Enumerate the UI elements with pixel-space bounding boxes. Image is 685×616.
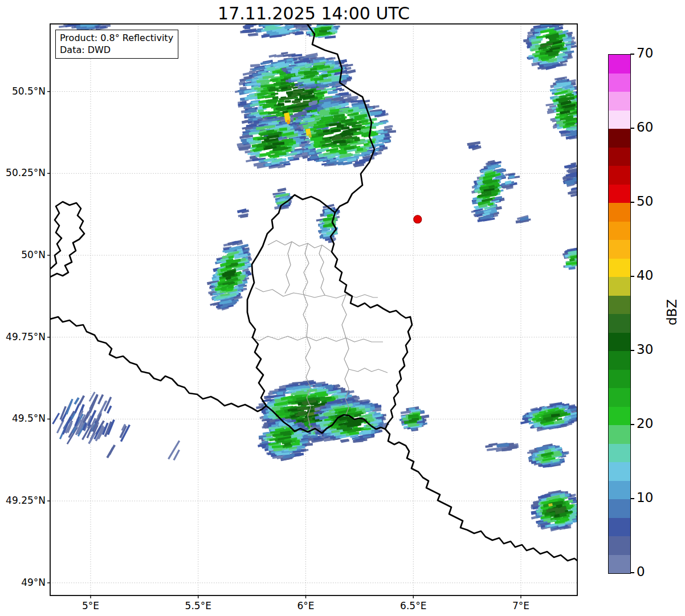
axis-tick-marks [47, 92, 521, 598]
echo-cluster-right-edge-blue [562, 168, 584, 197]
colorbar-tick-label: 30 [637, 342, 653, 357]
colorbar-cell [609, 425, 630, 444]
y-tick-label: 49°N [0, 577, 46, 588]
radar-site-marker [414, 215, 422, 223]
colorbar-cell [609, 222, 630, 240]
echo-cluster-mid-right-dot-c [516, 215, 531, 223]
colorbar-cell [609, 555, 630, 574]
echo-cluster-top-right-b [545, 76, 587, 140]
colorbar-tick-label: 50 [637, 194, 653, 209]
colorbar-tick-mark [630, 128, 634, 129]
echo-cluster-se-edge-c [531, 490, 584, 532]
x-tick-label: 5°E [82, 600, 99, 611]
high-reflectivity-speck [308, 134, 312, 138]
colorbar-tick-mark [630, 54, 634, 55]
echo-cluster-top-right-a [523, 21, 577, 70]
colorbar-cell [609, 203, 630, 222]
colorbar [608, 54, 631, 574]
y-tick-label: 50.5°N [0, 85, 46, 97]
y-tick-label: 49.25°N [0, 495, 46, 506]
colorbar-tick-mark [630, 498, 634, 499]
colorbar-cell [609, 277, 630, 296]
echo-cluster-top-band [240, 18, 311, 38]
map-plot [0, 0, 685, 616]
clutter-sw-dash-c [168, 440, 180, 461]
colorbar-cell [609, 536, 630, 555]
colorbar-cell [609, 92, 630, 111]
colorbar-tick-label: 60 [637, 120, 653, 134]
x-tick-label: 7°E [512, 600, 529, 611]
product-info-box: Product: 0.8° Reflectivity Data: DWD [55, 30, 178, 59]
data-source-label: Data: DWD [60, 44, 173, 56]
colorbar-unit-label: dBZ [664, 299, 679, 325]
colorbar-cell [609, 129, 630, 148]
x-tick-label: 5.5°E [185, 600, 211, 611]
y-tick-label: 49.75°N [0, 331, 46, 342]
y-tick-label: 49.5°N [0, 413, 46, 424]
colorbar-cell [609, 296, 630, 315]
colorbar-cell [609, 314, 630, 333]
colorbar-tick-mark [630, 572, 634, 573]
echo-cluster-mid-right-chain [471, 160, 508, 222]
colorbar-tick-label: 70 [637, 46, 653, 60]
echo-cluster-se-streak [485, 443, 519, 452]
border-france-belgium-givet [50, 202, 84, 277]
echo-cluster-se-edge-a [520, 402, 585, 431]
colorbar-cell [609, 518, 630, 537]
colorbar-cell [609, 185, 630, 203]
colorbar-tick-label: 40 [637, 268, 653, 283]
echo-cluster-belgium-echo [207, 240, 252, 311]
echo-cluster-center-dash [237, 209, 249, 218]
colorbar-cell [609, 407, 630, 426]
colorbar-cell [609, 55, 630, 74]
echo-cluster-mid-right-dot-a [467, 141, 482, 150]
colorbar-cell [609, 111, 630, 129]
colorbar-tick-mark [630, 424, 634, 425]
radar-figure: 17.11.2025 14:00 UTC [0, 0, 685, 616]
colorbar-cell [609, 462, 630, 481]
clutter-sw-dash-b [106, 444, 116, 458]
y-tick-label: 50°N [0, 249, 46, 260]
y-tick-label: 50.25°N [0, 167, 46, 178]
echo-cluster-south-dot [399, 406, 429, 431]
colorbar-tick-mark [630, 202, 634, 203]
clutter-sw-clutter [52, 391, 115, 444]
colorbar-tick-label: 10 [637, 490, 653, 505]
colorbar-cell [609, 148, 630, 166]
colorbar-cell [609, 481, 630, 500]
colorbar-tick-label: 20 [637, 416, 653, 431]
x-tick-label: 6°E [297, 600, 314, 611]
colorbar-cell [609, 74, 630, 92]
colorbar-cell [609, 351, 630, 370]
colorbar-cell [609, 370, 630, 389]
colorbar-cell [609, 333, 630, 352]
colorbar-cell [609, 240, 630, 259]
radar-echo-layer [52, 18, 587, 531]
colorbar-tick-label: 0 [637, 564, 645, 579]
x-tick-label: 6.5°E [400, 600, 426, 611]
colorbar-tick-mark [630, 276, 634, 277]
echo-cluster-se-edge-b [527, 443, 569, 468]
colorbar-cell [609, 499, 630, 518]
product-label: Product: 0.8° Reflectivity [60, 32, 173, 44]
echo-cluster-right-edge-green [562, 247, 584, 270]
echo-cluster-right-edge-dash [564, 162, 581, 170]
clutter-sw-dash-a [119, 424, 131, 442]
colorbar-tick-mark [630, 350, 634, 351]
colorbar-cell [609, 259, 630, 278]
colorbar-cell [609, 444, 630, 463]
colorbar-cell [609, 166, 630, 185]
colorbar-cell [609, 388, 630, 407]
